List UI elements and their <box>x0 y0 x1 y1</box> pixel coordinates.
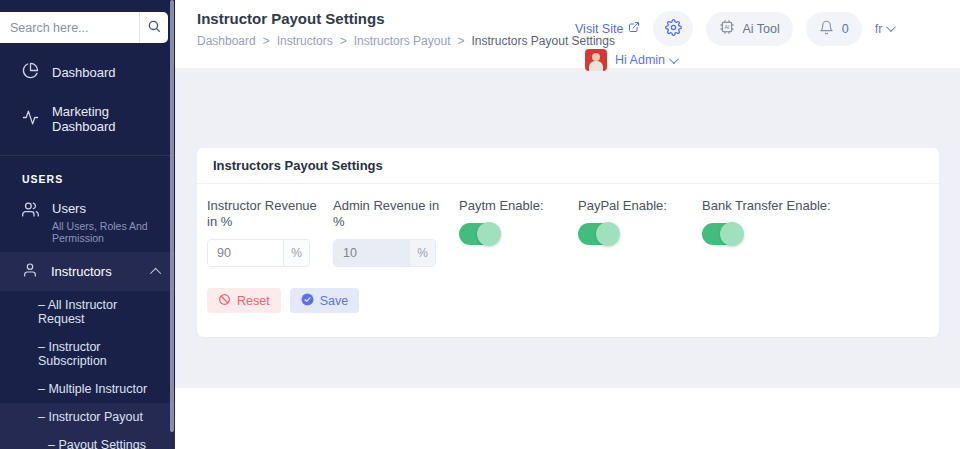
ai-chip-icon: AI <box>719 19 735 38</box>
sidebar-active-group: – Instructor Payout – Payout Settings <box>0 403 175 449</box>
sidebar-section-users: USERS <box>0 156 175 192</box>
reset-button-label: Reset <box>237 294 270 308</box>
language-dropdown[interactable]: fr <box>875 22 894 36</box>
instructor-revenue-input[interactable] <box>208 240 283 266</box>
sidebar-item-label: Users <box>52 201 163 216</box>
paypal-toggle[interactable] <box>578 223 618 245</box>
user-icon <box>22 262 38 281</box>
search-icon <box>147 19 161 36</box>
save-button-label: Save <box>320 294 349 308</box>
user-menu[interactable]: Hi Admin <box>585 49 893 71</box>
payout-settings-card: Instructors Payout Settings Instructor R… <box>197 148 939 337</box>
ai-tool-button[interactable]: AI Ai Tool <box>706 12 792 46</box>
search-input[interactable] <box>0 12 139 43</box>
footer-space <box>175 388 960 449</box>
form-actions: Reset Save <box>207 288 927 313</box>
sidebar-item-label: Marketing Dashboard <box>52 104 163 134</box>
visit-site-label: Visit Site <box>575 22 623 36</box>
paypal-enable-label: PayPal Enable: <box>578 198 688 214</box>
toggle-knob <box>720 222 744 246</box>
payout-form-row: Instructor Revenue in % % Admin Revenue … <box>207 198 927 267</box>
sidebar-item-multiple-instructor[interactable]: – Multiple Instructor <box>0 375 175 403</box>
sidebar-item-marketing-dashboard[interactable]: Marketing Dashboard <box>0 93 175 145</box>
sidebar-item-instructors[interactable]: Instructors <box>0 252 175 291</box>
activity-icon <box>22 109 39 129</box>
admin-revenue-input <box>334 240 409 266</box>
app-root: Dashboard Marketing Dashboard USERS User… <box>0 0 960 449</box>
reset-button[interactable]: Reset <box>207 288 281 313</box>
topbar-actions-row: Visit Site AI Ai Too <box>575 11 893 46</box>
gear-icon <box>665 19 682 39</box>
sidebar-scrollbar[interactable] <box>170 0 174 432</box>
toggle-knob <box>596 222 620 246</box>
content-area: Instructors Payout Settings Instructor R… <box>175 68 960 388</box>
sidebar-item-all-instructor-request[interactable]: – All Instructor Request <box>0 291 175 333</box>
field-paytm-enable: Paytm Enable: <box>459 198 564 267</box>
sidebar-item-label: Instructors <box>51 264 112 279</box>
toggle-knob <box>477 222 501 246</box>
users-icon <box>22 201 39 244</box>
notifications-button[interactable]: 0 <box>806 12 862 46</box>
breadcrumb-separator: > <box>340 34 347 48</box>
paytm-toggle[interactable] <box>459 223 499 245</box>
field-admin-revenue: Admin Revenue in % % <box>333 198 445 267</box>
breadcrumb-instructors-payout[interactable]: Instructors Payout <box>354 34 451 48</box>
card-title: Instructors Payout Settings <box>197 148 939 184</box>
topbar-actions: Visit Site AI Ai Too <box>575 0 893 71</box>
breadcrumb-separator: > <box>263 34 270 48</box>
instructor-revenue-group: % <box>207 239 310 267</box>
field-paypal-enable: PayPal Enable: <box>578 198 688 267</box>
percent-addon: % <box>283 240 309 266</box>
sidebar-search <box>0 12 168 43</box>
pie-chart-icon <box>22 62 39 82</box>
ai-tool-label: Ai Tool <box>742 22 779 36</box>
bell-icon <box>819 20 834 38</box>
admin-revenue-label: Admin Revenue in % <box>333 198 445 230</box>
admin-revenue-group: % <box>333 239 436 267</box>
field-instructor-revenue: Instructor Revenue in % % <box>207 198 319 267</box>
bank-transfer-toggle[interactable] <box>702 223 742 245</box>
sidebar-item-instructor-subscription[interactable]: – Instructor Subscription <box>0 333 175 375</box>
search-button[interactable] <box>139 12 168 43</box>
breadcrumb-dashboard[interactable]: Dashboard <box>197 34 256 48</box>
percent-addon: % <box>409 240 435 266</box>
save-button[interactable]: Save <box>290 288 360 313</box>
breadcrumb-separator: > <box>457 34 464 48</box>
external-link-icon <box>628 21 640 36</box>
sidebar-item-users[interactable]: Users All Users, Roles And Permission <box>0 192 175 252</box>
topbar: Instructor Payout Settings Dashboard > I… <box>175 0 960 68</box>
card-body: Instructor Revenue in % % Admin Revenue … <box>197 184 939 337</box>
slash-circle-icon <box>218 293 231 309</box>
svg-text:AI: AI <box>725 24 730 30</box>
sidebar: Dashboard Marketing Dashboard USERS User… <box>0 0 175 449</box>
visit-site-link[interactable]: Visit Site <box>575 21 640 36</box>
chevron-down-icon <box>669 54 679 64</box>
sidebar-item-dashboard[interactable]: Dashboard <box>0 51 175 93</box>
instructor-revenue-label: Instructor Revenue in % <box>207 198 319 230</box>
chevron-up-icon <box>150 267 161 278</box>
language-label: fr <box>875 22 883 36</box>
settings-button[interactable] <box>653 11 693 46</box>
user-greeting[interactable]: Hi Admin <box>615 53 676 67</box>
sidebar-item-label: Dashboard <box>52 65 116 80</box>
sidebar-item-subtitle: All Users, Roles And Permission <box>52 220 163 244</box>
paytm-enable-label: Paytm Enable: <box>459 198 564 214</box>
breadcrumb-instructors[interactable]: Instructors <box>277 34 333 48</box>
user-greeting-label: Hi Admin <box>615 53 665 67</box>
check-circle-icon <box>301 293 314 309</box>
avatar[interactable] <box>585 49 607 71</box>
sidebar-item-payout-settings[interactable]: – Payout Settings <box>0 431 175 449</box>
notification-count-badge: 0 <box>842 22 849 36</box>
sidebar-item-instructor-payout[interactable]: – Instructor Payout <box>0 403 175 431</box>
field-bank-transfer-enable: Bank Transfer Enable: <box>702 198 862 267</box>
bank-transfer-enable-label: Bank Transfer Enable: <box>702 198 862 214</box>
sidebar-item-text: Users All Users, Roles And Permission <box>52 201 163 244</box>
main-area: Instructor Payout Settings Dashboard > I… <box>175 0 960 449</box>
